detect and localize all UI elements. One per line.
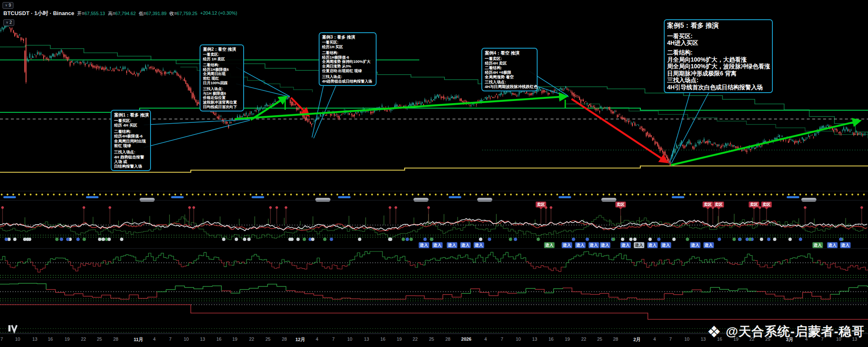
case-annotation-2[interactable]: 案例2：看空 推演一看卖区:经历 1H 卖区二看结构:经历1H极限值6全局周日出… — [200, 44, 244, 111]
case-line: 二看结构: — [322, 51, 373, 55]
case-line: 日月100%回踩 — [203, 81, 241, 85]
blue-dash-marker — [252, 196, 264, 198]
case-annotation-4[interactable]: 案例4：看空 推演一看卖区:经历4H 卖区二看结构:经历4H +6极限全局周涨势… — [481, 48, 538, 91]
gray-pill-marker — [801, 198, 816, 202]
blue-dash-marker — [559, 196, 571, 198]
time-axis-label: 10 — [184, 337, 189, 342]
case-line: 二看结构: — [203, 63, 241, 67]
sell-zone-flag: 卖区 — [616, 202, 626, 207]
case-annotation-1[interactable]: 案例1：看多 推演一看买区:经历 4H 买区二看结构:经历4H极限值-6全局周日… — [111, 110, 151, 171]
time-axis-label: 4 — [316, 337, 318, 342]
time-axis-label: 25 — [97, 337, 102, 342]
tradingview-logo[interactable] — [12, 325, 17, 331]
signal-dot — [788, 238, 792, 241]
time-axis-label: 19 — [397, 337, 402, 342]
signal-dot — [23, 238, 26, 241]
enter-signal-pill: 进入 — [474, 242, 484, 248]
sell-zone-flag: 卖区 — [536, 202, 546, 207]
time-axis-label: 11月 — [134, 337, 143, 343]
signal-dot — [98, 238, 101, 241]
symbol-title[interactable]: BTCUSDT · 1小时 · Binance — [3, 10, 74, 17]
blue-dash-marker — [171, 196, 184, 198]
time-axis-label: 12月 — [295, 337, 305, 343]
signal-dot — [509, 238, 512, 241]
case-line: 与1H 极限值6 — [203, 91, 241, 96]
blue-dash-marker — [787, 196, 799, 198]
ohlc-value: 67,759.25 — [177, 11, 198, 16]
gray-pill-marker — [315, 198, 330, 202]
time-axis-label: 7 — [169, 337, 172, 342]
signal-dot — [633, 238, 637, 241]
case-annotation-3[interactable]: 案例3：看多 推演一看买区:经历1H 买区二看结构:经历1H极限值-6全局周涨势… — [319, 32, 377, 86]
time-axis-label: 13 — [32, 337, 37, 342]
case-line: 经历 1H 卖区 — [203, 57, 241, 62]
ohlc-label: 高= — [108, 11, 115, 16]
ohlc-value: 67,391.89 — [146, 11, 166, 16]
enter-signal-pill: 进入 — [447, 242, 457, 248]
extreme-red-dots — [1, 206, 863, 209]
symbol-legend[interactable]: BTCUSDT · 1小时 · Binance 开=67,555.13高=67,… — [3, 10, 237, 17]
case-line: 经历4H 卖区 — [485, 61, 534, 65]
signal-dot — [773, 238, 777, 241]
case-line: 日结构报警入场 — [114, 164, 148, 168]
enter-signal-pill: 进入 — [647, 242, 658, 248]
signal-dot — [389, 238, 392, 241]
case-line: 4H 趋势狙击报警 — [114, 155, 148, 159]
osc3-green — [0, 251, 823, 267]
signal-dot — [60, 238, 63, 241]
diamond-logo-icon: ❖ — [707, 324, 722, 340]
signal-dot — [330, 238, 333, 241]
case-annotation-5[interactable]: 案例5：看多 推演一看买区:4H进入买区二看结构:月全局向100%扩大，大趋看涨… — [664, 19, 773, 93]
ohlc-label: 低= — [139, 11, 146, 16]
enter-signal-pill: 进入 — [460, 242, 471, 248]
watermark-text: @天合系统-启蒙者-稳哥 — [726, 323, 865, 340]
inner-staircase-right — [566, 104, 868, 138]
case-line: 一看买区: — [322, 40, 373, 45]
signal-dot — [612, 238, 615, 241]
tradingview-logo[interactable] — [8, 325, 10, 331]
signal-dot — [672, 238, 676, 241]
signal-dot — [748, 238, 752, 241]
time-axis-label: 10 — [15, 337, 20, 342]
time-axis-label: 7 — [0, 337, 3, 342]
ohlc-value: 67,794.62 — [115, 11, 136, 16]
case-line: 经历1H极限值-6 — [322, 55, 373, 60]
indicator-collapse-button-chart[interactable]: ∨ 2 — [3, 19, 14, 26]
signal-dot — [358, 238, 361, 241]
signal-dot — [83, 238, 86, 241]
signal-dot — [717, 238, 721, 241]
time-axis-label: 28 — [113, 337, 118, 342]
enter-signal-pill: 进入 — [704, 242, 714, 248]
enter-signal-pill: 进入 — [840, 242, 851, 248]
ohlc-value: 67,555.13 — [84, 11, 105, 16]
case-line: 三找入场点: — [114, 150, 148, 154]
time-axis-label: 19 — [232, 337, 237, 342]
yellow-dotted-row — [1, 194, 865, 195]
time-axis-label: 7 — [332, 337, 335, 342]
signal-dot — [107, 238, 111, 241]
case-line: 全局周涨势 保持向100%扩大 — [322, 60, 373, 64]
case-title: 案例1：看多 推演 — [114, 112, 148, 118]
case-title: 案例3：看多 推演 — [322, 35, 373, 40]
enter-signal-pill: 进入 — [544, 242, 555, 248]
signal-dot — [311, 238, 314, 241]
signal-dot — [733, 238, 736, 241]
signal-dot — [760, 238, 763, 241]
sell-zone-flag: 卖区 — [703, 202, 713, 207]
indicator-collapse-button-top[interactable]: ∨ 9 — [3, 2, 13, 9]
time-axis-label: 16 — [216, 337, 221, 342]
gray-pill-marker — [477, 198, 492, 202]
case-line: 全局周日同时出现 — [114, 139, 148, 143]
enter-signal-pill: 进入 — [690, 242, 701, 248]
blue-dash-marker — [86, 196, 99, 198]
signal-dot — [686, 238, 689, 241]
signal-dot — [405, 238, 409, 241]
case-line: 一看卖区: — [485, 56, 534, 61]
enter-signal-pill: 进入 — [661, 242, 671, 248]
time-axis-label: 25 — [265, 337, 270, 342]
osc4-green — [0, 283, 868, 294]
enter-signal-pill: 进入 — [634, 242, 645, 248]
gray-pill-marker — [140, 198, 155, 202]
case-line: 二看结构: — [114, 129, 148, 134]
time-axis-label: 2月 — [633, 337, 640, 343]
